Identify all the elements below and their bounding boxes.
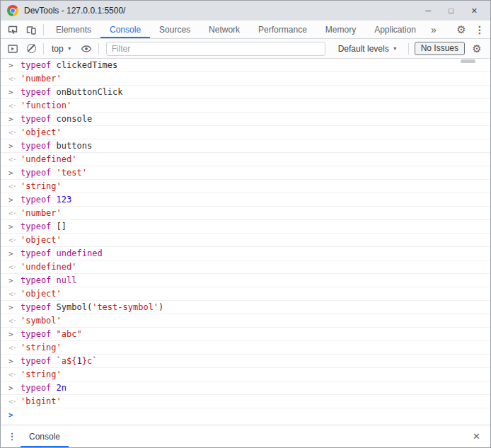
- console-result-entry: <·'number': [1, 207, 490, 220]
- console-command-entry: >typeof undefined: [1, 247, 490, 260]
- device-toolbar-icon[interactable]: [22, 21, 40, 38]
- console-result-entry: <·'function': [1, 99, 490, 113]
- inspect-element-icon[interactable]: [4, 21, 22, 38]
- maximize-button[interactable]: □: [449, 7, 454, 15]
- devtools-window: DevTools - 127.0.0.1:5500/ ─ □ ✕ Element…: [0, 0, 491, 448]
- console-result-entry: <·'object': [1, 234, 490, 247]
- drawer-tab-console[interactable]: Console: [21, 425, 69, 447]
- result-value: 'undefined': [21, 155, 76, 164]
- result-arrow-icon: <·: [8, 101, 21, 110]
- command-text: typeof Symbol('test-symbol'): [21, 303, 163, 312]
- result-arrow-icon: <·: [8, 397, 21, 406]
- console-result-entry: <·'number': [1, 72, 490, 86]
- command-chevron-icon: >: [8, 115, 21, 124]
- tabbar-right: ⚙ ⋮: [452, 21, 490, 38]
- result-arrow-icon: <·: [8, 182, 21, 191]
- console-result-entry: <·'undefined': [1, 153, 490, 166]
- result-arrow-icon: <·: [8, 236, 21, 245]
- chrome-logo-icon: [7, 5, 18, 16]
- minimize-button[interactable]: ─: [425, 7, 431, 15]
- command-chevron-icon: >: [8, 330, 21, 339]
- drawer-kebab-icon[interactable]: ⋮: [4, 425, 21, 447]
- result-arrow-icon: <·: [8, 128, 21, 137]
- console-command-entry: >typeof onButtonClick: [1, 86, 490, 99]
- console-command-entry: >typeof 'test': [1, 166, 490, 180]
- command-chevron-icon: >: [8, 142, 21, 151]
- main-menu-kebab-icon[interactable]: ⋮: [470, 21, 489, 38]
- console-command-entry: >typeof buttons: [1, 139, 490, 153]
- caret-down-icon: ▼: [393, 46, 398, 51]
- console-command-entry: >typeof 2n: [1, 381, 490, 395]
- console-settings-gear-icon[interactable]: ⚙: [468, 42, 486, 55]
- command-text: typeof []: [21, 222, 67, 231]
- tab-memory[interactable]: Memory: [316, 21, 365, 38]
- command-chevron-icon: >: [8, 222, 21, 231]
- result-arrow-icon: <·: [8, 316, 21, 326]
- live-expression-eye-icon[interactable]: [77, 39, 96, 58]
- tab-console[interactable]: Console: [100, 21, 150, 38]
- command-chevron-icon: >: [8, 276, 21, 285]
- context-selector-label: top: [52, 44, 64, 54]
- result-value: 'undefined': [21, 263, 76, 272]
- tab-elements[interactable]: Elements: [47, 21, 100, 38]
- scrollbar-thumb[interactable]: [461, 59, 475, 63]
- command-chevron-icon: >: [8, 88, 21, 97]
- prompt-chevron-icon: >: [8, 410, 21, 420]
- console-result-entry: <·'symbol': [1, 314, 490, 328]
- command-text: typeof clickedTimes: [21, 61, 117, 70]
- result-value: 'object': [21, 289, 62, 299]
- divider: [408, 43, 409, 54]
- tab-performance[interactable]: Performance: [249, 21, 316, 38]
- console-result-entry: <·'object': [1, 287, 490, 301]
- result-value: 'bigint': [21, 397, 62, 406]
- console-sidebar-icon[interactable]: [4, 39, 22, 58]
- console-command-entry: >typeof []: [1, 220, 490, 234]
- command-chevron-icon: >: [8, 384, 21, 393]
- console-log: >typeof clickedTimes<·'number'>typeof on…: [1, 59, 490, 408]
- tab-sources[interactable]: Sources: [150, 21, 200, 38]
- close-button[interactable]: ✕: [471, 7, 478, 15]
- result-value: 'object': [21, 128, 62, 137]
- console-result-entry: <·'undefined': [1, 260, 490, 274]
- command-text: typeof onButtonClick: [21, 88, 123, 97]
- no-issues-badge[interactable]: No Issues: [415, 42, 465, 55]
- command-text: typeof null: [21, 276, 76, 285]
- console-result-entry: <·'bigint': [1, 395, 490, 408]
- tab-application[interactable]: Application: [365, 21, 425, 38]
- command-text: typeof buttons: [21, 142, 92, 151]
- console-result-entry: <·'string': [1, 180, 490, 193]
- clear-console-icon[interactable]: [22, 39, 40, 58]
- result-arrow-icon: <·: [8, 289, 21, 299]
- result-arrow-icon: <·: [8, 343, 21, 352]
- command-text: typeof "abc": [21, 330, 82, 339]
- console-command-entry: >typeof "abc": [1, 328, 490, 341]
- result-value: 'object': [21, 236, 62, 245]
- console-command-entry: >typeof console: [1, 113, 490, 126]
- console-result-entry: <·'object': [1, 126, 490, 139]
- more-tabs-button[interactable]: »: [425, 21, 442, 38]
- command-text: typeof 123: [21, 195, 71, 205]
- result-value: 'function': [21, 101, 71, 110]
- titlebar[interactable]: DevTools - 127.0.0.1:5500/ ─ □ ✕: [1, 1, 490, 21]
- context-selector-dropdown[interactable]: top ▼: [47, 44, 77, 54]
- settings-gear-icon[interactable]: ⚙: [452, 21, 470, 38]
- divider: [43, 43, 44, 54]
- filter-input[interactable]: [106, 42, 325, 56]
- result-value: 'string': [21, 182, 62, 191]
- result-value: 'number': [21, 209, 62, 218]
- console-messages-area[interactable]: >typeof clickedTimes<·'number'>typeof on…: [1, 59, 490, 425]
- console-command-entry: >typeof Symbol('test-symbol'): [1, 301, 490, 314]
- tab-network[interactable]: Network: [200, 21, 249, 38]
- drawer-close-icon[interactable]: ✕: [466, 425, 487, 447]
- console-prompt-row[interactable]: >: [1, 408, 490, 421]
- result-value: 'string': [21, 343, 62, 352]
- command-chevron-icon: >: [8, 249, 21, 258]
- command-chevron-icon: >: [8, 195, 21, 205]
- console-command-entry: >typeof 123: [1, 193, 490, 207]
- divider: [43, 24, 44, 35]
- window-controls: ─ □ ✕: [425, 7, 484, 15]
- log-levels-dropdown[interactable]: Default levels ▼: [333, 44, 403, 54]
- result-value: 'string': [21, 370, 62, 379]
- console-result-entry: <·'string': [1, 341, 490, 355]
- command-text: typeof 2n: [21, 384, 67, 393]
